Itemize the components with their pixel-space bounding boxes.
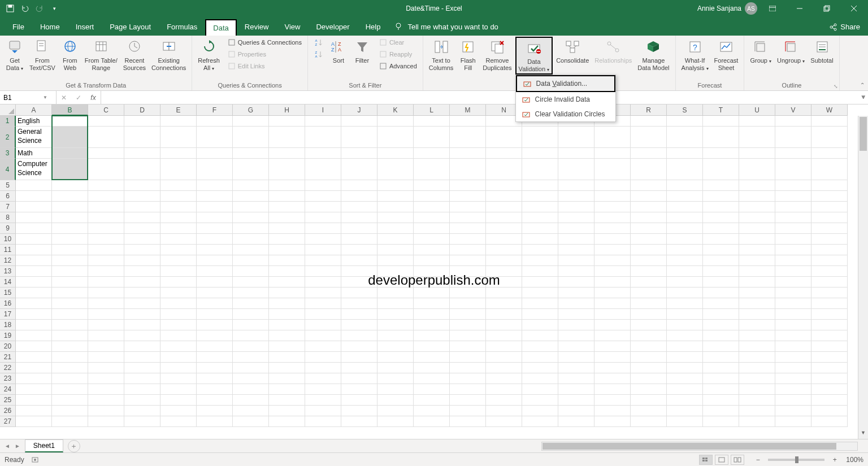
cell-D17[interactable]	[124, 309, 160, 320]
cell-A20[interactable]	[16, 341, 52, 352]
cell-B9[interactable]	[52, 223, 88, 234]
row-header-20[interactable]: 20	[0, 341, 16, 352]
cell-S5[interactable]	[667, 180, 703, 191]
cell-J9[interactable]	[341, 223, 377, 234]
text-cols-button[interactable]: Text toColumns	[427, 37, 455, 72]
cell-T25[interactable]	[703, 395, 739, 406]
cell-G2[interactable]	[233, 127, 269, 148]
cell-A19[interactable]	[16, 330, 52, 341]
cell-S19[interactable]	[667, 330, 703, 341]
col-header-K[interactable]: K	[377, 104, 414, 116]
cell-S23[interactable]	[667, 373, 703, 384]
cell-I12[interactable]	[305, 255, 341, 266]
cell-O6[interactable]	[522, 191, 558, 202]
cell-G22[interactable]	[233, 363, 269, 373]
col-header-E[interactable]: E	[160, 104, 197, 116]
cell-D7[interactable]	[124, 202, 160, 212]
cell-K26[interactable]	[377, 406, 414, 416]
cell-S22[interactable]	[667, 363, 703, 373]
cell-C7[interactable]	[88, 202, 124, 212]
cell-D2[interactable]	[124, 127, 160, 148]
cell-L12[interactable]	[414, 255, 450, 266]
cell-J16[interactable]	[341, 298, 377, 309]
cell-S7[interactable]	[667, 202, 703, 212]
cell-R4[interactable]	[631, 159, 667, 180]
row-header-17[interactable]: 17	[0, 309, 16, 320]
cell-J5[interactable]	[341, 180, 377, 191]
tab-file[interactable]: File	[5, 18, 32, 36]
cell-L19[interactable]	[414, 330, 450, 341]
cell-C20[interactable]	[88, 341, 124, 352]
cell-V24[interactable]	[775, 384, 811, 395]
cell-F8[interactable]	[197, 212, 233, 223]
cell-S4[interactable]	[667, 159, 703, 180]
cell-D18[interactable]	[124, 320, 160, 330]
cell-G10[interactable]	[233, 234, 269, 245]
cell-P18[interactable]	[558, 320, 594, 330]
cell-K7[interactable]	[377, 202, 414, 212]
col-header-F[interactable]: F	[197, 104, 233, 116]
cell-N25[interactable]	[486, 395, 522, 406]
cell-E9[interactable]	[160, 223, 197, 234]
cell-W21[interactable]	[811, 352, 848, 363]
cell-G8[interactable]	[233, 212, 269, 223]
cell-E7[interactable]	[160, 202, 197, 212]
cell-W27[interactable]	[811, 416, 848, 427]
cell-B22[interactable]	[52, 363, 88, 373]
cell-W16[interactable]	[811, 298, 848, 309]
cell-N9[interactable]	[486, 223, 522, 234]
cell-P6[interactable]	[558, 191, 594, 202]
row-header-25[interactable]: 25	[0, 395, 16, 406]
cell-Q19[interactable]	[594, 330, 631, 341]
row-header-27[interactable]: 27	[0, 416, 16, 427]
cell-A2[interactable]: General Science	[16, 127, 52, 148]
cell-A17[interactable]	[16, 309, 52, 320]
cell-T23[interactable]	[703, 373, 739, 384]
cell-K19[interactable]	[377, 330, 414, 341]
cell-J6[interactable]	[341, 191, 377, 202]
cell-R14[interactable]	[631, 277, 667, 288]
cell-S12[interactable]	[667, 255, 703, 266]
cell-P2[interactable]	[558, 127, 594, 148]
cell-G26[interactable]	[233, 406, 269, 416]
cell-F12[interactable]	[197, 255, 233, 266]
cell-Q10[interactable]	[594, 234, 631, 245]
cell-R16[interactable]	[631, 298, 667, 309]
cell-D12[interactable]	[124, 255, 160, 266]
cell-T20[interactable]	[703, 341, 739, 352]
cell-G4[interactable]	[233, 159, 269, 180]
cell-P20[interactable]	[558, 341, 594, 352]
select-all-corner[interactable]	[0, 104, 16, 116]
cell-D5[interactable]	[124, 180, 160, 191]
cell-R15[interactable]	[631, 288, 667, 298]
cell-S13[interactable]	[667, 266, 703, 277]
cell-D3[interactable]	[124, 148, 160, 159]
cell-N12[interactable]	[486, 255, 522, 266]
cell-T12[interactable]	[703, 255, 739, 266]
cell-T11[interactable]	[703, 245, 739, 255]
cell-I6[interactable]	[305, 191, 341, 202]
col-header-S[interactable]: S	[667, 104, 703, 116]
cell-L1[interactable]	[414, 116, 450, 127]
cell-F10[interactable]	[197, 234, 233, 245]
cell-H11[interactable]	[269, 245, 305, 255]
row-header-10[interactable]: 10	[0, 234, 16, 245]
cell-G15[interactable]	[233, 288, 269, 298]
col-header-A[interactable]: A	[16, 104, 52, 116]
cell-D16[interactable]	[124, 298, 160, 309]
cell-O27[interactable]	[522, 416, 558, 427]
cell-U1[interactable]	[739, 116, 775, 127]
cell-L17[interactable]	[414, 309, 450, 320]
cell-J23[interactable]	[341, 373, 377, 384]
row-header-19[interactable]: 19	[0, 330, 16, 341]
cell-S27[interactable]	[667, 416, 703, 427]
row-header-3[interactable]: 3	[0, 148, 16, 159]
cell-R1[interactable]	[631, 116, 667, 127]
macro-record-icon[interactable]	[31, 456, 39, 464]
cell-V27[interactable]	[775, 416, 811, 427]
cell-P27[interactable]	[558, 416, 594, 427]
cell-H9[interactable]	[269, 223, 305, 234]
cell-V9[interactable]	[775, 223, 811, 234]
cell-Q7[interactable]	[594, 202, 631, 212]
cell-E24[interactable]	[160, 384, 197, 395]
